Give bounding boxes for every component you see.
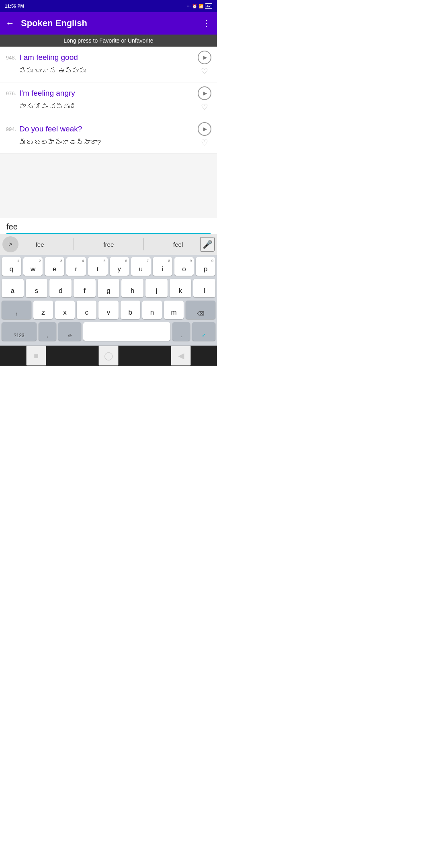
key-u[interactable]: 7u [131,257,151,276]
nav-bar: ■ ◯ ◀ [0,346,217,366]
numbers-key[interactable]: ?123 [2,322,37,341]
key-v[interactable]: v [98,301,118,319]
phrase-item-948: 948. I am feeling good నేను బాగా నే ఉన్న… [0,47,217,82]
key-y[interactable]: 6y [110,257,129,276]
key-g[interactable]: g [98,279,120,297]
key-r[interactable]: 4r [66,257,86,276]
favorite-button-994[interactable]: ♡ [198,136,211,149]
autocomplete-expand-button[interactable]: > [2,236,18,252]
search-area [0,218,217,234]
phrase-telugu-994: మీరు బలహీనంగా ఉన్నారా? [19,139,198,147]
menu-button[interactable]: ⋮ [202,18,211,29]
key-w[interactable]: 2w [23,257,43,276]
back-button[interactable]: ← [6,18,14,29]
done-key[interactable]: ✓ [192,322,215,341]
key-m[interactable]: m [164,301,184,319]
app-title: Spoken English [21,18,202,29]
favorite-button-948[interactable]: ♡ [198,64,211,78]
phrase-number-948: 948. [0,55,19,61]
key-z[interactable]: z [33,301,53,319]
hint-text: Long press to Favorite or Unfavorite [63,37,153,44]
shift-key[interactable]: ↑ [2,301,31,319]
status-bar: 11:56 PM ··· ⏰ 📶 47 [0,0,217,12]
comma-key[interactable]: , [39,322,56,341]
content-area: 948. I am feeling good నేను బాగా నే ఉన్న… [0,47,217,154]
key-l[interactable]: l [193,279,215,297]
phrase-number-994: 994. [0,126,19,132]
status-time: 11:56 PM [5,4,24,8]
signal-icon: 📶 [199,4,203,8]
key-d[interactable]: d [49,279,72,297]
backspace-key[interactable]: ⌫ [186,301,215,319]
autocomplete-word-feel[interactable]: feel [168,240,188,250]
more-icon: ··· [187,4,190,8]
key-t[interactable]: 5t [88,257,108,276]
key-c[interactable]: c [77,301,96,319]
key-a[interactable]: a [2,279,24,297]
nav-circle-button[interactable]: ◯ [98,346,119,366]
nav-square-button[interactable]: ■ [26,346,46,366]
autocomplete-word-free[interactable]: free [98,240,119,250]
phrase-item-994: 994. Do you feel weak? మీరు బలహీనంగా ఉన్… [0,118,217,154]
keyboard-row-1: 1q 2w 3e 4r 5t 6y 7u 8i 9o 0p [2,257,215,276]
battery-indicator: 47 [205,3,212,9]
keyboard-row-3: ↑ z x c v b n m ⌫ [2,301,215,319]
key-x[interactable]: x [55,301,75,319]
hint-bar: Long press to Favorite or Unfavorite [0,35,217,47]
key-p[interactable]: 0p [196,257,215,276]
app-bar: ← Spoken English ⋮ [0,12,217,35]
key-n[interactable]: n [142,301,162,319]
alarm-icon: ⏰ [192,4,197,8]
autocomplete-word-fee[interactable]: fee [31,240,49,250]
search-input[interactable] [6,222,211,231]
phrase-telugu-948: నేను బాగా నే ఉన్నాను [19,67,198,75]
empty-space [0,154,217,218]
key-f[interactable]: f [74,279,96,297]
key-b[interactable]: b [121,301,140,319]
autocomplete-suggestions: fee free feel [18,238,200,250]
microphone-icon: 🎤 [203,240,213,249]
ac-divider-1 [74,238,74,250]
phrase-item-976: 976. I'm feeling angry నాకు కోపం వస్తుంద… [0,82,217,118]
key-i[interactable]: 8i [153,257,172,276]
play-button-948[interactable] [198,51,211,64]
phrase-english-976: I'm feeling angry [19,89,194,98]
phrase-number-976: 976. [0,90,19,96]
ac-divider-2 [143,238,144,250]
keyboard-row-4: ?123 , ☺ . ✓ [2,322,215,341]
play-button-976[interactable] [198,86,211,100]
space-key[interactable] [83,322,170,341]
key-h[interactable]: h [121,279,143,297]
key-s[interactable]: s [26,279,48,297]
keyboard-row-2: a s d f g h j k l [2,279,215,297]
nav-back-button[interactable]: ◀ [171,346,191,366]
key-k[interactable]: k [170,279,192,297]
autocomplete-bar: > fee free feel 🎤 [0,234,217,255]
key-q[interactable]: 1q [2,257,21,276]
search-input-wrapper [6,222,211,234]
phrase-telugu-976: నాకు కోపం వస్తుంది [19,103,198,111]
emoji-key[interactable]: ☺ [58,322,82,341]
key-j[interactable]: j [145,279,168,297]
microphone-button[interactable]: 🎤 [200,237,215,252]
phrase-english-948: I am feeling good [19,53,194,62]
period-key[interactable]: . [172,322,190,341]
keyboard: 1q 2w 3e 4r 5t 6y 7u 8i 9o 0p a s d f g … [0,255,217,346]
play-button-994[interactable] [198,122,211,136]
key-e[interactable]: 3e [45,257,64,276]
favorite-button-976[interactable]: ♡ [198,100,211,114]
status-icons: ··· ⏰ 📶 47 [187,3,212,9]
phrase-english-994: Do you feel weak? [19,125,194,133]
key-o[interactable]: 9o [174,257,194,276]
